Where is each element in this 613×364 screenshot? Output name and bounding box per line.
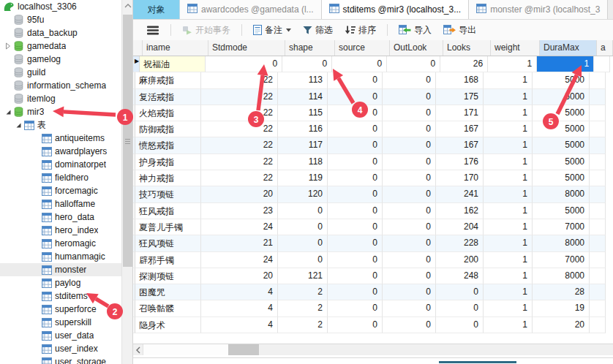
grid-cell-Looks[interactable]: 0 (436, 284, 484, 300)
grid-cell-OutLook[interactable]: 0 (387, 56, 440, 72)
tree-item-information_schema[interactable]: information_schema (0, 79, 122, 92)
grid-cell-DuraMax[interactable]: 5000 (533, 203, 590, 219)
column-header-a[interactable]: a (597, 40, 613, 56)
grid-cell-shape[interactable]: 0 (278, 203, 328, 219)
grid-cell-shape[interactable]: 118 (278, 154, 328, 170)
grid-cell-Stdmode[interactable]: 20 (201, 268, 278, 284)
tree-item-user_storage[interactable]: user_storage (0, 355, 122, 364)
grid-cell-Looks[interactable]: 168 (436, 72, 484, 88)
grid-cell-source[interactable]: 0 (328, 268, 383, 284)
tree-item-monster[interactable]: monster (0, 263, 122, 276)
tree-item-data_backup[interactable]: data_backup (0, 26, 122, 39)
grid-cell-DuraMax[interactable]: 5000 (533, 170, 590, 186)
grid-cell-source[interactable]: 0 (328, 219, 383, 235)
grid-cell-Stdmode[interactable]: 22 (201, 137, 278, 153)
grid-cell-Stdmode[interactable]: 21 (201, 235, 278, 251)
grid-cell-OutLook[interactable]: 0 (383, 105, 436, 121)
grid-cell-DuraMax[interactable]: 7000 (533, 219, 590, 235)
current-row-marker[interactable]: ▶ (133, 56, 140, 72)
grid-cell-OutLook[interactable]: 0 (383, 154, 436, 170)
grid-cell-source[interactable]: 0 (328, 186, 383, 202)
grid-cell-a[interactable] (590, 105, 606, 121)
grid-cell-iname[interactable]: 召唤骷髅 (135, 300, 201, 316)
grid-cell-Looks[interactable]: 176 (436, 154, 484, 170)
tree-item-itemlog[interactable]: itemlog (0, 92, 122, 105)
tab-stditems[interactable]: stditems @mir3 (localhost_3... (322, 0, 470, 19)
grid-cell-iname[interactable]: 狂风项链 (135, 235, 201, 251)
tree-item-mir3[interactable]: mir3 (0, 105, 122, 118)
grid-cell-Stdmode[interactable]: 22 (201, 105, 278, 121)
grid-cell-shape[interactable]: 120 (278, 186, 328, 202)
grid-cell-OutLook[interactable]: 0 (383, 268, 436, 284)
column-header-Stdmode[interactable]: Stdmode (208, 40, 285, 56)
tab-monster[interactable]: monster @mir3 (localhost_3 (469, 0, 608, 19)
column-header-shape[interactable]: shape (285, 40, 335, 56)
grid-cell-shape[interactable]: 119 (278, 170, 328, 186)
tree-item-95fu[interactable]: 95fu (0, 13, 122, 26)
grid-cell-OutLook[interactable]: 0 (383, 300, 436, 316)
grid-cell-shape[interactable]: 114 (278, 89, 328, 105)
scroll-up-icon[interactable] (122, 0, 133, 11)
grid-cell-shape[interactable]: 0 (282, 56, 332, 72)
grid-cell-weight[interactable]: 1 (484, 137, 533, 153)
grid-cell-source[interactable]: 0 (328, 235, 383, 251)
expand-arrow-icon[interactable] (3, 42, 13, 50)
grid-cell-Stdmode[interactable]: 24 (201, 219, 278, 235)
grid-cell-iname[interactable]: 护身戒指 (135, 154, 201, 170)
grid-cell-OutLook[interactable]: 0 (383, 89, 436, 105)
row-selector-header[interactable] (133, 40, 143, 56)
grid-cell-DuraMax[interactable]: 5000 (533, 105, 590, 121)
grid-cell-source[interactable]: 0 (328, 137, 383, 153)
grid-cell-a[interactable] (590, 284, 606, 300)
grid-cell-Stdmode[interactable]: 22 (201, 121, 278, 137)
tree-item-gamedata[interactable]: gamedata (0, 39, 122, 53)
grid-cell-source[interactable]: 0 (328, 89, 383, 105)
grid-cell-shape[interactable]: 115 (278, 105, 328, 121)
tree-item-humanmagic[interactable]: humanmagic (0, 250, 122, 263)
grid-cell-Looks[interactable]: 241 (436, 186, 484, 202)
column-header-source[interactable]: source (335, 40, 390, 56)
tab-objects[interactable]: 对象 (133, 0, 180, 19)
tree-item-superskill[interactable]: superskill (0, 316, 122, 329)
grid-cell-iname[interactable]: 夏普儿手镯 (135, 219, 201, 235)
tree-item-superforce[interactable]: superforce (0, 303, 122, 316)
grid-cell-shape[interactable]: 0 (278, 235, 328, 251)
grid-cell-iname[interactable]: 神力戒指 (135, 170, 201, 186)
grid-cell-Looks[interactable]: 248 (436, 268, 484, 284)
grid-cell-DuraMax[interactable]: 19 (533, 300, 590, 316)
grid-cell-OutLook[interactable]: 0 (383, 252, 436, 268)
grid-cell-OutLook[interactable]: 0 (383, 72, 436, 88)
grid-cell-Looks[interactable]: 0 (436, 300, 484, 316)
tree-item-halloffame[interactable]: halloffame (0, 197, 122, 211)
grid-cell-iname[interactable]: 愤怒戒指 (135, 137, 201, 153)
grid-cell-iname[interactable]: 困魔咒 (135, 284, 201, 300)
grid-cell-Looks[interactable]: 167 (436, 137, 484, 153)
grid-cell-Looks[interactable]: 228 (436, 235, 484, 251)
tree-item-user_data[interactable]: user_data (0, 329, 122, 342)
column-header-weight[interactable]: weight (491, 40, 540, 56)
grid-cell-iname[interactable]: 辟邪手镯 (135, 252, 201, 268)
grid-cell-a[interactable] (594, 56, 610, 72)
grid-cell-shape[interactable]: 0 (278, 252, 328, 268)
column-header-iname[interactable]: iname (143, 40, 208, 56)
grid-cell-OutLook[interactable]: 0 (383, 317, 436, 333)
grid-cell-weight[interactable]: 1 (484, 170, 533, 186)
grid-cell-Stdmode[interactable]: 4 (201, 317, 278, 333)
grid-cell-shape[interactable]: 2 (278, 317, 328, 333)
grid-cell-Stdmode[interactable]: 22 (201, 154, 278, 170)
grid-cell-DuraMax[interactable]: 5000 (533, 154, 590, 170)
scroll-left-icon[interactable] (133, 344, 143, 355)
filter-button[interactable]: 筛选 (298, 22, 337, 39)
grid-cell-iname[interactable]: 探测项链 (135, 268, 201, 284)
grid-cell-DuraMax[interactable]: 28 (533, 284, 590, 300)
grid-cell-shape[interactable]: 113 (278, 72, 328, 88)
grid-cell-shape[interactable]: 0 (278, 219, 328, 235)
tree-item-dominatorpet[interactable]: dominatorpet (0, 158, 122, 171)
grid-cell-a[interactable] (590, 252, 606, 268)
grid-cell-source[interactable]: 0 (328, 203, 383, 219)
tree-item-localhost_3306[interactable]: localhost_3306 (0, 0, 122, 13)
tree-item-表[interactable]: 表 (0, 118, 122, 132)
grid-cell-DuraMax[interactable]: 20 (533, 317, 590, 333)
grid-cell-weight[interactable]: 1 (484, 154, 533, 170)
grid-cell-source[interactable]: 0 (328, 284, 383, 300)
